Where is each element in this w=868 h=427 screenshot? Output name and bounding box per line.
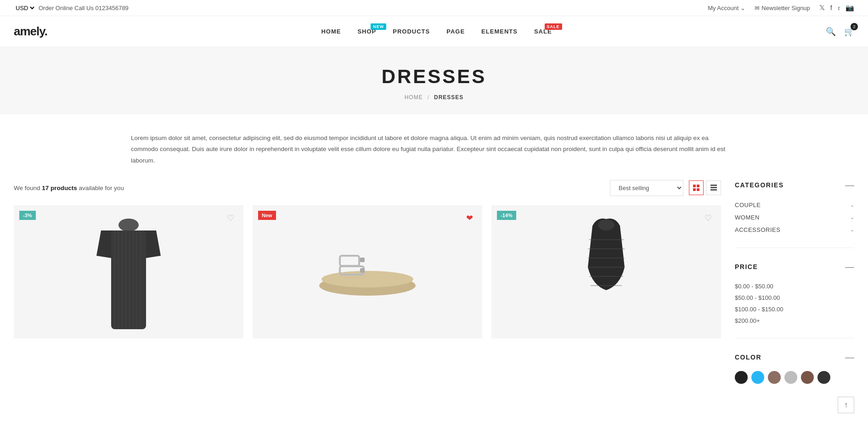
order-text: Order Online Call Us 0123456789 — [39, 5, 129, 11]
price-range-1[interactable]: $0.00 - $50.00 — [735, 281, 854, 292]
category-item-accessories[interactable]: ACCESSORIES ⌄ — [735, 224, 854, 236]
product-badge-new: New — [258, 211, 276, 220]
breadcrumb: HOME / DRESSES — [14, 94, 854, 101]
email-icon: ✉ — [755, 5, 760, 11]
search-icon[interactable]: 🔍 — [826, 27, 836, 37]
list-view-icon[interactable] — [706, 180, 721, 195]
sidebar-categories-header: CATEGORIES — — [735, 180, 854, 191]
instagram-icon[interactable]: 📷 — [845, 4, 854, 12]
sidebar-price: PRICE — $0.00 - $50.00 $50.00 - $100.00 … — [735, 262, 854, 338]
product-image — [14, 205, 243, 338]
sandal-svg — [317, 244, 418, 299]
nav-elements[interactable]: ELEMENTS — [481, 28, 518, 35]
color-swatch-brown[interactable] — [768, 371, 781, 384]
main-nav: HOME SHOP New PRODUCTS PAGE ELEMENTS SAL… — [321, 28, 552, 35]
svg-point-21 — [321, 271, 413, 287]
main-content: We found 17 products available for you B… — [0, 180, 868, 427]
product-card: -3% ♡ — [14, 205, 243, 338]
svg-rect-1 — [697, 185, 699, 187]
category-item-couple[interactable]: COUPLE ⌄ — [735, 199, 854, 211]
nav-products[interactable]: PRODUCTS — [393, 28, 430, 35]
view-icons — [689, 180, 721, 195]
nav-page[interactable]: PAGE — [446, 28, 465, 35]
chevron-down-icon: ⌄ — [850, 214, 855, 220]
product-badge-discount14: -14% — [497, 211, 516, 220]
breadcrumb-current: DRESSES — [434, 94, 463, 101]
color-swatch-dark-brown[interactable] — [801, 371, 814, 384]
nav-home[interactable]: HOME — [321, 28, 341, 35]
product-wishlist[interactable]: ❤ — [462, 211, 477, 225]
top-bar-right: My Account ⌄ ✉ Newsletter Signup 𝕏 f 𝔯 📷 — [708, 4, 854, 12]
sidebar-color: COLOR — — [735, 352, 854, 395]
svg-rect-3 — [697, 188, 699, 191]
svg-rect-11 — [111, 230, 146, 329]
price-range-2[interactable]: $50.00 - $100.00 — [735, 292, 854, 303]
dress-svg — [92, 212, 165, 331]
price-range-4[interactable]: $200.00+ — [735, 315, 854, 326]
currency-select[interactable]: USD — [14, 4, 36, 12]
svg-point-26 — [598, 219, 614, 230]
breadcrumb-separator: / — [428, 94, 429, 101]
social-icons: 𝕏 f 𝔯 📷 — [819, 4, 854, 12]
newsletter-link[interactable]: ✉ Newsletter Signup — [755, 5, 810, 11]
top-bar-left: USD Order Online Call Us 0123456789 — [14, 4, 129, 12]
categories-toggle[interactable]: — — [845, 180, 854, 191]
bodysuit-svg — [569, 212, 643, 331]
color-swatch-gray[interactable] — [784, 371, 797, 384]
product-wishlist[interactable]: ♡ — [701, 211, 716, 225]
category-couple-label: COUPLE — [735, 202, 761, 208]
svg-point-8 — [118, 219, 139, 231]
sort-select[interactable]: Best selling Price: Low to High Price: H… — [610, 180, 683, 196]
color-swatch-black[interactable] — [735, 371, 748, 384]
price-toggle[interactable]: — — [845, 262, 854, 272]
scroll-top-button[interactable]: ↑ — [838, 397, 854, 413]
svg-rect-4 — [710, 185, 717, 186]
grid-view-icon[interactable] — [689, 180, 704, 195]
page-title: DRESSES — [14, 66, 854, 88]
color-swatches — [735, 371, 854, 384]
breadcrumb-home[interactable]: HOME — [405, 94, 423, 101]
count-number: 17 products — [42, 185, 77, 191]
svg-rect-2 — [693, 188, 696, 191]
sidebar: CATEGORIES — COUPLE ⌄ WOMEN ⌄ ACCESSORIE… — [735, 180, 854, 409]
product-badge-discount: -3% — [19, 211, 36, 220]
price-range-3[interactable]: $100.00 - $150.00 — [735, 303, 854, 315]
product-wishlist[interactable]: ♡ — [223, 211, 238, 225]
hero-section: DRESSES HOME / DRESSES — [0, 47, 868, 114]
twitter-icon[interactable]: 𝕏 — [819, 4, 825, 12]
logo[interactable]: amely. — [14, 24, 47, 39]
svg-rect-23 — [340, 256, 359, 266]
my-account-link[interactable]: My Account ⌄ — [708, 5, 745, 11]
header: amely. HOME SHOP New PRODUCTS PAGE ELEME… — [0, 16, 868, 47]
chevron-down-icon: ⌄ — [850, 202, 855, 208]
sale-badge: Sale — [545, 23, 562, 30]
top-bar: USD Order Online Call Us 0123456789 My A… — [0, 0, 868, 16]
products-count: We found 17 products available for you — [14, 185, 124, 191]
product-card: New ❤ — [253, 205, 482, 338]
sidebar-price-header: PRICE — — [735, 262, 854, 272]
color-swatch-dark[interactable] — [817, 371, 830, 384]
count-text: We found — [14, 185, 42, 191]
color-toggle[interactable]: — — [845, 352, 854, 363]
product-card: -14% ♡ — [491, 205, 721, 338]
category-item-women[interactable]: WOMEN ⌄ — [735, 211, 854, 224]
cart-icon[interactable]: 🛒 2 — [844, 27, 854, 37]
sidebar-categories: CATEGORIES — COUPLE ⌄ WOMEN ⌄ ACCESSORIE… — [735, 180, 854, 248]
products-grid: -3% ♡ — [14, 205, 721, 338]
facebook-icon[interactable]: f — [830, 4, 832, 12]
chevron-down-icon: ⌄ — [740, 5, 745, 11]
my-account-label: My Account — [708, 5, 738, 11]
chevron-down-icon: ⌄ — [850, 227, 855, 233]
nav-sale[interactable]: SALE Sale — [534, 28, 552, 35]
newsletter-label: Newsletter Signup — [761, 5, 810, 11]
color-swatch-blue[interactable] — [751, 371, 764, 384]
nav-shop[interactable]: SHOP New — [357, 28, 376, 35]
svg-rect-25 — [360, 258, 365, 262]
shop-new-badge: New — [371, 23, 386, 30]
svg-rect-5 — [710, 187, 717, 188]
category-women-label: WOMEN — [735, 214, 760, 221]
pinterest-icon[interactable]: 𝔯 — [838, 4, 840, 12]
categories-title: CATEGORIES — [735, 181, 784, 189]
count-suffix: available for you — [77, 185, 124, 191]
category-description: Lorem ipsum dolor sit amet, consectetur … — [0, 114, 868, 180]
